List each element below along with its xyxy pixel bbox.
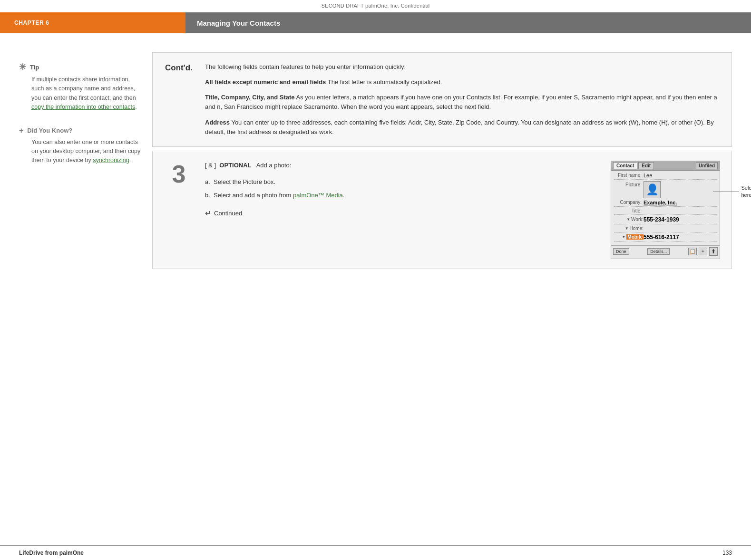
details-button[interactable]: Details... (647, 248, 670, 255)
device-fields: First name: Lee Picture: 👤 (611, 171, 720, 245)
substep-b: b. Select and add a photo from palmOne™ … (205, 191, 601, 201)
continued-line: ↵ Continued (205, 207, 601, 220)
dyk-header: + Did You Know? (19, 126, 143, 135)
contd-box: Cont'd. The following fields contain fea… (152, 52, 732, 147)
optional-label: OPTIONAL (219, 162, 251, 169)
picture-label: Picture: (614, 181, 644, 187)
work-label: ▼ Work: (614, 217, 644, 222)
footer-left: LifeDrive from palmOne (19, 550, 84, 556)
right-content: Cont'd. The following fields contain fea… (152, 52, 732, 269)
optional-text: Add a photo: (256, 162, 292, 169)
home-row: ▼ Home: (614, 226, 717, 232)
dyk-icon: + (19, 126, 23, 135)
picture-box[interactable]: 👤 (644, 181, 661, 198)
mobile-value: 555-616-2117 (644, 234, 679, 241)
optional-line: [ & ] OPTIONAL Add a photo: (205, 161, 601, 171)
top-bar: SECOND DRAFT palmOne, Inc. Confidential (0, 0, 751, 10)
device-tabs: Contact Edit (613, 162, 654, 169)
did-you-know-block: + Did You Know? You can also enter one o… (19, 126, 143, 165)
company-label: Company: (614, 200, 644, 205)
contd-label-col: Cont'd. (153, 62, 205, 137)
device-mockup-wrapper: Contact Edit Unfiled First name: Lee (611, 161, 720, 259)
select-here-text: Selecthere (741, 184, 751, 199)
continued-arrow-icon: ↵ (205, 207, 211, 220)
scroll-button[interactable]: ⬆ (709, 247, 718, 256)
tip-block: ✳ Tip If multiple contacts share informa… (19, 62, 143, 112)
first-name-label: First name: (614, 173, 644, 178)
device-mockup: Contact Edit Unfiled First name: Lee (611, 161, 720, 259)
tip-header: ✳ Tip (19, 62, 143, 72)
edit-tab[interactable]: Edit (638, 162, 654, 169)
contd-p2: All fields except numeric and email fiel… (205, 77, 720, 87)
step-number: 3 (172, 162, 186, 186)
tip-label: Tip (30, 64, 39, 71)
contd-body: The following fields contain features to… (205, 62, 720, 137)
step-body: [ & ] OPTIONAL Add a photo: a. Select th… (205, 161, 720, 259)
note-icon-button[interactable]: 📋 (688, 248, 697, 255)
palmone-media-link[interactable]: palmOne™ Media (293, 192, 343, 199)
substep-a: a. Select the Picture box. (205, 177, 601, 187)
step3-box: 3 [ & ] OPTIONAL Add a photo: a. Select … (152, 151, 732, 269)
first-name-value: Lee (644, 173, 652, 178)
step-instructions: [ & ] OPTIONAL Add a photo: a. Select th… (205, 161, 601, 259)
chapter-header: CHAPTER 6 Managing Your Contacts (0, 12, 751, 33)
mobile-row: ▼ Mobile 555-616-2117 (614, 234, 717, 242)
picture-row: Picture: 👤 (614, 181, 717, 198)
copy-info-link[interactable]: copy the information into other contacts (31, 104, 135, 110)
annotation-line (713, 192, 739, 192)
device-top-bar: Contact Edit Unfiled (611, 161, 720, 171)
page-number: 133 (722, 550, 732, 556)
person-icon: 👤 (646, 183, 659, 196)
field2-bold: Title, Company, City, and State (205, 94, 295, 101)
mobile-dropdown-arrow: ▼ (622, 235, 625, 239)
home-dropdown-arrow: ▼ (625, 226, 629, 231)
optional-bracket: [ & ] (205, 162, 216, 169)
done-button[interactable]: Done (613, 248, 629, 255)
chapter-title: Managing Your Contacts (185, 12, 751, 33)
work-row: ▼ Work: 555-234-1939 (614, 216, 717, 224)
contd-label: Cont'd. (165, 63, 193, 73)
home-label: ▼ Home: (614, 226, 644, 231)
device-bottom-bar: Done Details... 📋 + ⬆ (611, 245, 720, 257)
contd-p1: The following fields contain features to… (205, 62, 720, 72)
work-value: 555-234-1939 (644, 216, 679, 223)
main-content: ✳ Tip If multiple contacts share informa… (0, 33, 751, 269)
title-label: Title: (614, 208, 644, 213)
field1-bold: All fields except numeric and email fiel… (205, 78, 326, 86)
step-num-col: 3 (153, 161, 205, 259)
continued-label: Continued (214, 209, 242, 219)
title-row: Title: (614, 208, 717, 215)
unfiled-button[interactable]: Unfiled (696, 162, 718, 169)
first-name-row: First name: Lee (614, 173, 717, 180)
chapter-label: CHAPTER 6 (0, 12, 185, 33)
substeps-list: a. Select the Picture box. b. Select and… (205, 177, 601, 201)
mobile-label: ▼ Mobile (614, 234, 644, 240)
company-value: Example, Inc. (644, 200, 677, 205)
contd-p3: Title, Company, City, and State As you e… (205, 93, 720, 112)
contd-p4: Address You can enter up to three addres… (205, 118, 720, 137)
dyk-label: Did You Know? (27, 127, 72, 134)
dyk-text: You can also enter one or more contacts … (19, 138, 143, 165)
company-row: Company: Example, Inc. (614, 200, 717, 207)
device-icons-right: 📋 + ⬆ (688, 247, 718, 256)
top-bar-text: SECOND DRAFT palmOne, Inc. Confidential (322, 3, 430, 9)
work-dropdown-arrow: ▼ (626, 217, 630, 222)
field3-bold: Address (205, 119, 230, 126)
select-here-annotation: Selecthere (713, 184, 751, 199)
sidebar: ✳ Tip If multiple contacts share informa… (19, 52, 152, 269)
tip-icon: ✳ (19, 62, 26, 72)
add-icon-button[interactable]: + (699, 248, 707, 255)
contact-tab[interactable]: Contact (613, 162, 637, 169)
footer: LifeDrive from palmOne 133 (0, 545, 751, 560)
tip-text: If multiple contacts share information, … (19, 75, 143, 112)
synchronizing-link[interactable]: synchronizing (93, 157, 129, 164)
